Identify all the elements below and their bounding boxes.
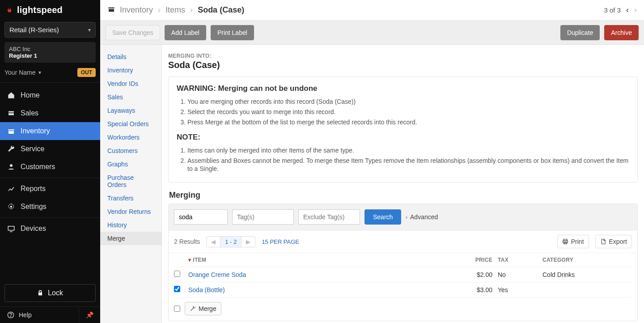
nav-customers[interactable]: Customers (0, 158, 100, 176)
advanced-label: Advanced (410, 213, 438, 221)
merge-bar: Merge (169, 298, 637, 321)
pager-next-icon: ▶ (242, 237, 255, 247)
row-checkbox[interactable] (174, 271, 180, 277)
user-name: Your Name (4, 69, 36, 76)
lock-icon (37, 290, 43, 296)
sort-desc-icon: ▾ (188, 257, 191, 263)
nav-label: Reports (21, 185, 46, 193)
results-pager: ◀ 1 - 2 ▶ (206, 236, 255, 247)
col-category[interactable]: CATEGORY (542, 257, 632, 263)
subnav-workorders[interactable]: Workorders (100, 131, 161, 144)
exclude-tags-input[interactable] (298, 209, 360, 225)
add-label-button[interactable]: Add Label (165, 25, 206, 40)
note-item: Assemblies and Boxes cannot be merged. T… (187, 157, 629, 174)
subnav-transfers[interactable]: Transfers (100, 191, 161, 205)
subnav-details[interactable]: Details (100, 50, 161, 64)
monitor-icon (7, 225, 15, 233)
search-bar: Search › Advanced (169, 204, 637, 230)
per-page-select[interactable]: 15 PER PAGE (262, 238, 299, 245)
subnav-history[interactable]: History (100, 218, 161, 232)
subnav-special-orders[interactable]: Special Orders (100, 117, 161, 131)
out-badge[interactable]: OUT (77, 68, 96, 77)
register-name: Register 1 (9, 52, 91, 59)
col-price[interactable]: PRICE (458, 257, 498, 263)
action-bar: Save Changes Add Label Print Label Dupli… (100, 21, 644, 45)
svg-point-1 (10, 206, 13, 208)
breadcrumb: Inventory › Items › Soda (Case) (120, 5, 244, 15)
product-selector[interactable]: Retail (R-Series) ▾ (4, 22, 96, 38)
col-item[interactable]: ▾ITEM (188, 257, 458, 263)
save-button: Save Changes (106, 25, 160, 40)
subnav-customers[interactable]: Customers (100, 144, 161, 157)
note-item: Items can only be merged into other Item… (187, 146, 629, 155)
svg-point-4 (10, 316, 11, 317)
chevron-right-icon: › (158, 5, 161, 14)
cell-tax: No (498, 271, 542, 278)
nav-home[interactable]: Home (0, 86, 100, 104)
help-icon (7, 311, 14, 319)
chevron-down-icon: ▾ (88, 27, 91, 33)
lock-button[interactable]: Lock (4, 284, 96, 302)
nav-sales[interactable]: Sales (0, 104, 100, 122)
subnav-merge[interactable]: Merge (100, 232, 161, 245)
box-icon (7, 127, 15, 135)
sidebar: lightspeed Retail (R-Series) ▾ ABC Inc R… (0, 0, 100, 323)
help-button[interactable]: Help (0, 307, 79, 323)
pin-icon: 📌 (86, 311, 93, 319)
search-input[interactable] (174, 209, 228, 225)
subnav-sales[interactable]: Sales (100, 90, 161, 104)
item-subnav: Details Inventory Vendor IDs Sales Layaw… (100, 45, 162, 323)
record-pager: 3 of 3 ‹ › (604, 5, 637, 15)
item-link[interactable]: Soda (Bottle) (188, 286, 225, 293)
nav-label: Home (21, 91, 40, 99)
nav-reports[interactable]: Reports (0, 180, 100, 198)
subnav-layaways[interactable]: Layaways (100, 104, 161, 117)
subnav-graphs[interactable]: Graphs (100, 157, 161, 171)
merging-section-title: Merging (169, 191, 637, 200)
pager-prev[interactable]: ‹ (626, 5, 629, 15)
home-icon (7, 91, 15, 99)
duplicate-button[interactable]: Duplicate (560, 25, 600, 40)
subnav-purchase-orders[interactable]: Purchase Orders (100, 171, 161, 191)
nav-inventory[interactable]: Inventory (0, 122, 100, 140)
svg-rect-2 (8, 226, 14, 230)
pager-prev-icon: ◀ (207, 237, 220, 247)
product-selector-label: Retail (R-Series) (9, 26, 59, 34)
search-button[interactable]: Search (364, 209, 401, 225)
gear-icon (7, 203, 15, 211)
lock-label: Lock (48, 289, 63, 297)
merge-button[interactable]: Merge (185, 302, 221, 315)
advanced-toggle[interactable]: › Advanced (406, 213, 438, 221)
note-title: NOTE: (177, 133, 629, 142)
user-menu[interactable]: Your Name ▾ (4, 69, 41, 76)
col-tax[interactable]: TAX (498, 257, 542, 263)
wand-icon (190, 306, 196, 312)
warning-item: Press Merge at the bottom of the list to… (187, 118, 629, 127)
results-bar: 2 Results ◀ 1 - 2 ▶ 15 PER PAGE Print Ex… (169, 230, 637, 253)
archive-button[interactable]: Archive (604, 25, 639, 40)
print-label-button[interactable]: Print Label (211, 25, 254, 40)
chevron-right-icon: › (190, 5, 193, 14)
cell-tax: Yes (498, 286, 542, 293)
row-checkbox[interactable] (174, 286, 180, 292)
pager-current[interactable]: 1 - 2 (220, 237, 242, 247)
subnav-inventory[interactable]: Inventory (100, 64, 161, 77)
crumb-section[interactable]: Inventory (120, 5, 153, 14)
table-row: Orange Creme Soda$2.00NoCold Drinks (174, 267, 632, 282)
nav-settings[interactable]: Settings (0, 198, 100, 216)
flame-icon (5, 4, 14, 16)
register-icon (7, 109, 15, 117)
shop-register-box[interactable]: ABC Inc Register 1 (4, 42, 96, 63)
nav-service[interactable]: Service (0, 140, 100, 158)
print-button[interactable]: Print (557, 235, 589, 248)
tags-input[interactable] (232, 209, 294, 225)
subnav-vendor-returns[interactable]: Vendor Returns (100, 205, 161, 218)
merging-into-label: MERGING INTO: (168, 53, 638, 59)
nav-devices[interactable]: Devices (0, 220, 100, 238)
subnav-vendor-ids[interactable]: Vendor IDs (100, 77, 161, 90)
select-all-checkbox[interactable] (174, 306, 180, 312)
crumb-sub[interactable]: Items (165, 5, 185, 14)
item-link[interactable]: Orange Creme Soda (188, 271, 246, 278)
export-button[interactable]: Export (595, 235, 632, 248)
pin-button[interactable]: 📌 (79, 307, 100, 323)
